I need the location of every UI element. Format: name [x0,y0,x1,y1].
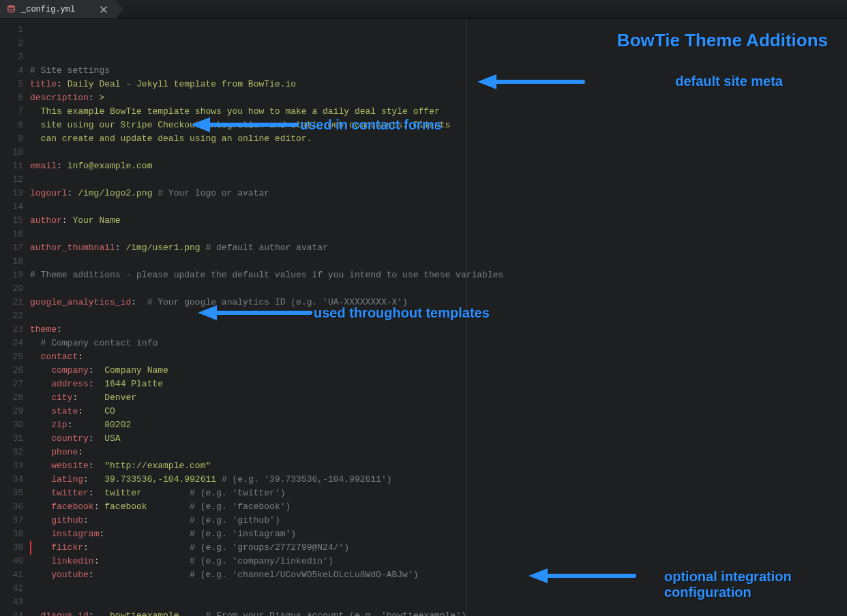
line-number: 37 [0,514,23,527]
line-number: 30 [0,418,23,432]
line-number: 39 [0,541,23,555]
line-number: 42 [0,582,23,596]
code-line[interactable] [30,146,847,159]
code-line[interactable]: country: USA [30,432,847,446]
code-line[interactable]: facebook: facebook # (e.g. 'facebook') [30,500,847,514]
code-line[interactable] [30,200,847,214]
line-number: 20 [0,282,23,296]
line-number: 41 [0,568,23,582]
code-line[interactable]: disqus_id: bowtieexample # From your Dis… [30,609,847,616]
code-line[interactable] [30,582,847,596]
line-number: 16 [0,228,23,241]
line-number: 19 [0,268,23,282]
code-line[interactable] [30,255,847,268]
line-number: 43 [0,596,23,609]
code-area[interactable]: # Site settingstitle: Daily Deal - Jekyl… [30,19,847,616]
code-line[interactable]: instagram: # (e.g. 'instagram') [30,527,847,541]
wrap-guide [466,19,467,616]
code-line[interactable]: author: Your Name [30,214,847,228]
code-line[interactable]: website: "http://example.com" [30,459,847,473]
code-editor[interactable]: 1234567891011121314151617181920212223242… [0,19,847,616]
code-line[interactable]: linkedin: # (e.g. 'company/linkedin') [30,555,847,568]
line-number: 14 [0,200,23,214]
code-line[interactable]: title: Daily Deal - Jekyll template from… [30,78,847,91]
line-number: 17 [0,241,23,255]
line-number: 44 [0,609,23,616]
line-number: 23 [0,323,23,337]
code-line[interactable]: youtube: # (e.g. 'channel/UCovWO5keLOLcL… [30,568,847,582]
line-number: 15 [0,214,23,228]
code-line[interactable] [30,309,847,323]
code-line[interactable]: address: 1644 Platte [30,378,847,391]
line-number: 3 [0,50,23,64]
code-line[interactable]: github: # (e.g. 'github') [30,514,847,527]
code-line[interactable]: This example BowTie template shows you h… [30,105,847,119]
line-number: 28 [0,391,23,405]
svg-point-0 [8,5,15,8]
line-number: 26 [0,364,23,378]
line-number: 40 [0,555,23,568]
line-number: 24 [0,337,23,350]
line-number: 4 [0,64,23,78]
line-number: 31 [0,432,23,446]
code-line[interactable]: email: info@example.com [30,159,847,173]
close-icon [100,6,107,13]
code-line[interactable]: phone: [30,446,847,459]
line-number: 9 [0,132,23,146]
line-number: 33 [0,459,23,473]
line-number: 36 [0,500,23,514]
code-line[interactable]: logourl: /img/logo2.png # Your logo or a… [30,187,847,200]
database-icon [7,5,16,14]
code-line[interactable]: google_analytics_id: # Your google analy… [30,296,847,309]
code-line[interactable]: # Company contact info [30,337,847,350]
close-tab-button[interactable] [99,5,108,14]
line-number: 8 [0,119,23,132]
code-line[interactable]: state: CO [30,405,847,418]
line-number: 35 [0,487,23,500]
code-line[interactable]: description: > [30,91,847,105]
code-line[interactable]: site using our Stripe Checkout integrati… [30,119,847,132]
line-number: 25 [0,350,23,364]
code-line[interactable]: contact: [30,350,847,364]
code-line[interactable] [30,282,847,296]
tab-filename: _config.yml [21,5,93,14]
cursor-line-marker [30,541,31,555]
line-number: 6 [0,91,23,105]
code-line[interactable]: can create and update deals using an onl… [30,132,847,146]
code-line[interactable]: theme: [30,323,847,337]
code-line[interactable] [30,596,847,609]
line-number: 18 [0,255,23,268]
code-line[interactable] [30,228,847,241]
line-number: 29 [0,405,23,418]
code-line[interactable] [30,173,847,187]
line-number: 10 [0,146,23,159]
line-number: 7 [0,105,23,119]
line-number: 34 [0,473,23,487]
line-number: 27 [0,378,23,391]
code-line[interactable]: twitter: twitter # (e.g. 'twitter') [30,487,847,500]
line-number: 5 [0,78,23,91]
code-line[interactable]: author_thumbnail: /img/user1.png # defau… [30,241,847,255]
tab-bar: _config.yml [0,0,847,19]
line-number: 22 [0,309,23,323]
line-number-gutter: 1234567891011121314151617181920212223242… [0,19,30,616]
code-line[interactable]: company: Company Name [30,364,847,378]
code-line[interactable]: city: Denver [30,391,847,405]
line-number: 13 [0,187,23,200]
code-line[interactable]: # Site settings [30,64,847,78]
code-line[interactable]: latlng: 39.733536,-104.992611 # (e.g. '3… [30,473,847,487]
line-number: 1 [0,23,23,37]
line-number: 32 [0,446,23,459]
line-number: 2 [0,37,23,50]
code-line[interactable]: flickr: # (e.g. 'groups/2772799@N24/') [30,541,847,555]
line-number: 38 [0,527,23,541]
code-line[interactable]: # Theme additions - please update the de… [30,268,847,282]
line-number: 12 [0,173,23,187]
code-line[interactable]: zip: 80202 [30,418,847,432]
line-number: 11 [0,159,23,173]
line-number: 21 [0,296,23,309]
file-tab[interactable]: _config.yml [0,0,116,18]
